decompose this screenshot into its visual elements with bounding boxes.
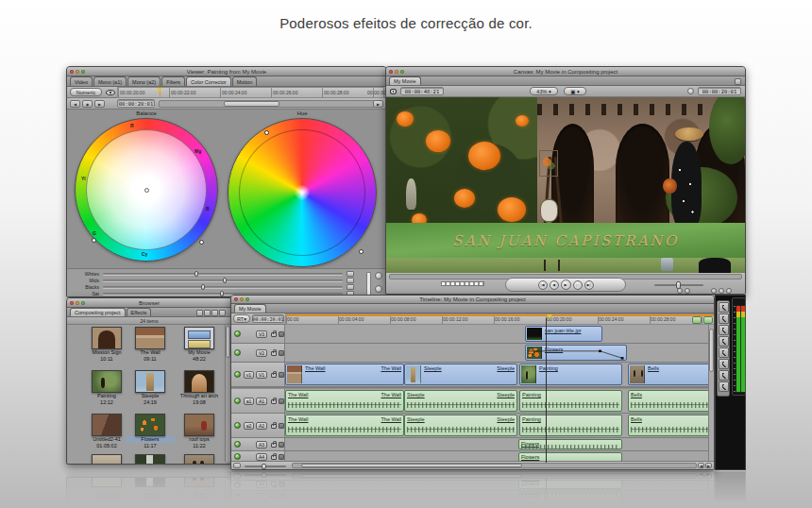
next-edit-button[interactable]: ▶| bbox=[584, 280, 594, 290]
window-controls[interactable] bbox=[234, 297, 249, 301]
scroll-left-button[interactable]: ◀ bbox=[698, 463, 704, 468]
snapping-button[interactable] bbox=[703, 316, 713, 324]
selection-tool-icon[interactable] bbox=[719, 302, 729, 313]
timeline-audio-steeple-a1[interactable]: Steeple Steeple bbox=[404, 390, 517, 412]
timeline-audio-the-wall-a2[interactable]: The Wall The Wall bbox=[285, 415, 404, 436]
mids-keyframe-button[interactable] bbox=[347, 278, 354, 283]
whites-slider[interactable] bbox=[103, 273, 343, 275]
add-keyframe-button[interactable]: ◆ bbox=[82, 100, 93, 108]
linked-selection-button[interactable] bbox=[692, 316, 702, 324]
track-destination-button[interactable]: A2 bbox=[256, 422, 267, 430]
timeline-horizontal-scrollbar[interactable] bbox=[292, 463, 697, 468]
ripple-tool-icon[interactable] bbox=[719, 336, 729, 347]
balance-handle[interactable] bbox=[92, 238, 96, 243]
jog-control[interactable] bbox=[654, 284, 703, 286]
blacks-slider[interactable] bbox=[103, 286, 343, 288]
track-lock-icon[interactable] bbox=[271, 399, 277, 404]
window-controls[interactable] bbox=[70, 70, 85, 74]
canvas-video-frame[interactable]: SAN JUAN CAPISTRANO bbox=[386, 97, 745, 273]
viewer-playhead[interactable] bbox=[160, 88, 161, 97]
track-height-icon[interactable] bbox=[279, 442, 284, 448]
match-frame-button[interactable] bbox=[726, 288, 732, 294]
canvas-current-timecode-field[interactable]: 00:00:20:01 bbox=[698, 87, 741, 95]
timeline-audio-the-wall-a1[interactable]: The Wall The Wall bbox=[285, 390, 404, 412]
crop-tool-icon[interactable] bbox=[719, 370, 729, 381]
timeline-clip-bells-v1[interactable]: Bells bbox=[628, 364, 714, 385]
rt-popup-button[interactable]: RT▾ bbox=[233, 314, 250, 323]
tab-filters[interactable]: Filters bbox=[161, 76, 185, 86]
track-destination-button[interactable]: A3 bbox=[256, 441, 267, 449]
track-lock-icon[interactable] bbox=[271, 424, 277, 429]
timeline-audio-painting-a1[interactable]: Painting bbox=[519, 390, 622, 412]
window-controls[interactable] bbox=[389, 70, 404, 74]
timeline-clip-painting-v1[interactable]: Painting bbox=[519, 364, 622, 385]
browser-clip-roof-tops[interactable]: roof tops 11:22 bbox=[175, 414, 224, 449]
tab-my-movie[interactable]: My Movie bbox=[389, 76, 421, 85]
viewer-titlebar[interactable]: Viewer: Painting from My Movie bbox=[67, 67, 386, 76]
tab-my-movie-sequence[interactable]: My Movie bbox=[234, 304, 266, 313]
track-lock-icon[interactable] bbox=[271, 455, 277, 460]
blacks-keyframe-button[interactable] bbox=[347, 284, 354, 290]
previous-keyframe-button[interactable]: ◀ bbox=[70, 100, 80, 108]
play-button[interactable]: ▶ bbox=[561, 279, 571, 290]
track-destination-button[interactable]: V1 bbox=[256, 371, 267, 379]
browser-clip-through-an-arch[interactable]: Through an arch 19:08 bbox=[175, 370, 224, 406]
balance-handle[interactable] bbox=[199, 240, 204, 245]
browser-clip-the-wall[interactable]: The Wall 09:11 bbox=[126, 327, 175, 363]
add-keyframe-button[interactable] bbox=[719, 288, 724, 294]
balance-center-handle[interactable] bbox=[144, 188, 149, 193]
timeline-clip-flowers-v2[interactable]: Flowers bbox=[525, 345, 627, 361]
hue-color-wheel[interactable] bbox=[228, 118, 377, 267]
track-enable-button[interactable] bbox=[234, 330, 241, 337]
timeline-clip-san-juan-title[interactable]: san juan title.jpr bbox=[525, 326, 602, 342]
opacity-keyframe-line[interactable] bbox=[526, 346, 626, 360]
canvas-titlebar[interactable]: Canvas: My Movie in Compositing project bbox=[386, 67, 745, 76]
timeline-titlebar[interactable]: Timeline: My Movie in Compositing projec… bbox=[231, 296, 714, 304]
timeline-audio-steeple-a2[interactable]: Steeple Steeple bbox=[404, 415, 517, 436]
tab-mono-a2[interactable]: Mono (a2) bbox=[127, 76, 161, 86]
track-lock-icon[interactable] bbox=[271, 351, 277, 356]
mark-in-button[interactable] bbox=[677, 288, 683, 294]
canvas-duration-field[interactable]: 00:00:48:21 bbox=[400, 87, 444, 95]
track-enable-button[interactable] bbox=[234, 398, 241, 404]
play-in-to-out-button[interactable]: ◀ bbox=[550, 280, 559, 290]
track-height-icon[interactable] bbox=[279, 372, 284, 378]
track-height-icon[interactable] bbox=[279, 454, 284, 460]
browser-clip-painting[interactable]: Painting 12:12 bbox=[82, 370, 131, 406]
track-destination-button[interactable]: V3 bbox=[256, 330, 267, 338]
track-select-tool-icon[interactable] bbox=[719, 325, 729, 335]
add-marker-button[interactable] bbox=[711, 288, 717, 294]
hue-handle[interactable] bbox=[359, 249, 364, 254]
pen-tool-icon[interactable] bbox=[719, 381, 729, 392]
mark-out-button[interactable] bbox=[685, 288, 690, 294]
copy-filter-button[interactable] bbox=[375, 272, 382, 279]
browser-clip-my-movie[interactable]: My Movie 48:22 bbox=[175, 327, 224, 363]
tab-effects[interactable]: Effects bbox=[127, 308, 152, 316]
timeline-vertical-scrollbar[interactable] bbox=[708, 325, 714, 461]
view-large-icons-icon[interactable] bbox=[219, 310, 226, 316]
track-enable-button[interactable] bbox=[234, 371, 241, 378]
track-destination-button[interactable]: A4 bbox=[256, 453, 267, 461]
timeline-zoom-slider[interactable] bbox=[245, 466, 286, 467]
track-height-toggle[interactable] bbox=[233, 463, 241, 468]
zoom-level-popup[interactable]: 43% ▾ bbox=[530, 87, 558, 95]
browser-clip-mission-sign[interactable]: Mission Sign 10:11 bbox=[82, 327, 131, 363]
timeline-clip-steeple-v1[interactable]: Steeple Steeple bbox=[404, 364, 517, 385]
track-source-button[interactable]: v1 bbox=[244, 371, 254, 379]
browser-clip-steeple[interactable]: Steeple 24:19 bbox=[126, 370, 175, 406]
browser-titlebar[interactable]: Browser bbox=[67, 298, 231, 308]
browser-clip-partial[interactable] bbox=[82, 454, 131, 464]
next-keyframe-button[interactable]: ▶ bbox=[94, 100, 105, 108]
whites-keyframe-button[interactable] bbox=[347, 271, 354, 277]
timeline-ruler[interactable]: 00:00 00:00:04:00 00:00:08:00 00:00:12:0… bbox=[285, 313, 715, 325]
track-lock-icon[interactable] bbox=[271, 332, 277, 337]
tab-compositing-project[interactable]: Compositing project bbox=[70, 308, 126, 316]
view-as-icons-icon[interactable] bbox=[204, 310, 211, 316]
tab-video[interactable]: Video bbox=[70, 76, 93, 86]
hue-handle[interactable] bbox=[264, 130, 269, 135]
timeline-audio-painting-a2[interactable]: Painting bbox=[519, 415, 622, 436]
track-enable-button[interactable] bbox=[234, 349, 241, 356]
track-source-button[interactable]: a1 bbox=[244, 398, 254, 405]
track-height-icon[interactable] bbox=[279, 398, 284, 404]
track-source-button[interactable]: a2 bbox=[244, 422, 254, 430]
